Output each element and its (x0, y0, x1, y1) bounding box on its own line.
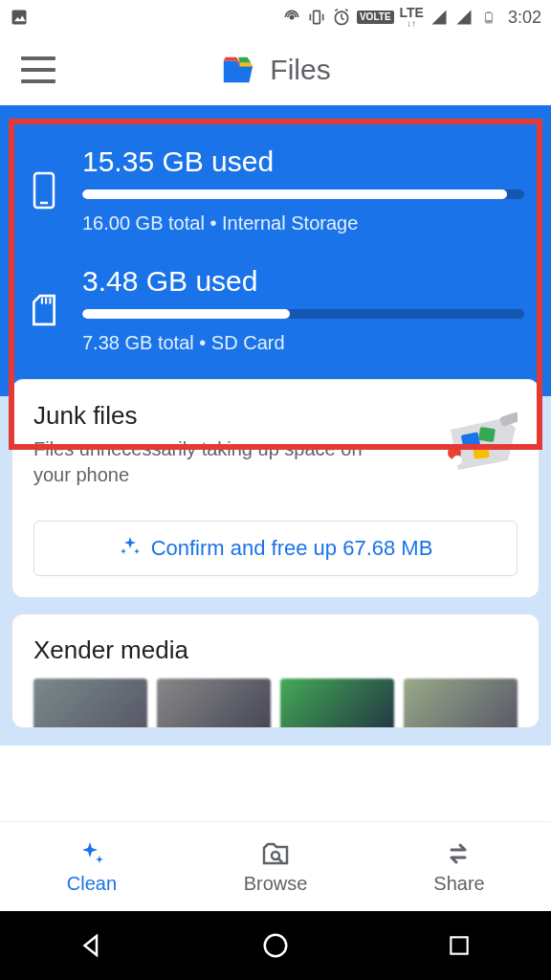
nav-clean-label: Clean (67, 873, 117, 895)
svg-rect-25 (499, 412, 518, 427)
sdcard-used-label: 3.48 GB used (82, 265, 524, 298)
status-time: 3:02 (508, 8, 541, 28)
signal-icon (454, 8, 474, 27)
xender-thumbnails (33, 679, 518, 728)
back-button[interactable] (73, 926, 111, 965)
home-button[interactable] (256, 926, 295, 965)
recent-button[interactable] (440, 926, 478, 965)
signal-icon (430, 8, 449, 27)
svg-marker-11 (431, 11, 446, 25)
folder-search-icon (260, 838, 291, 869)
media-thumb[interactable] (157, 679, 271, 728)
confirm-label: Confirm and free up 67.68 MB (151, 536, 433, 561)
svg-rect-15 (486, 20, 492, 22)
menu-button[interactable] (21, 56, 55, 83)
sparkle-icon (119, 535, 142, 562)
svg-line-8 (342, 18, 344, 20)
nav-browse-label: Browse (244, 873, 308, 895)
svg-marker-19 (238, 57, 251, 63)
media-thumb[interactable] (280, 679, 394, 728)
phone-icon (27, 171, 61, 210)
svg-line-10 (345, 10, 348, 11)
internal-used-label: 15.35 GB used (82, 145, 524, 178)
svg-line-9 (335, 10, 338, 11)
junk-title: Junk files (33, 401, 397, 431)
svg-rect-28 (473, 444, 489, 459)
svg-point-33 (265, 935, 287, 957)
sdcard-sub-label: 7.38 GB total • SD Card (82, 332, 524, 354)
sparkle-icon (77, 838, 107, 869)
hotspot-icon (282, 8, 301, 27)
files-logo-icon (220, 52, 256, 88)
app-title: Files (270, 54, 330, 86)
nav-clean[interactable]: Clean (0, 822, 184, 911)
battery-icon (479, 8, 498, 27)
sdcard-icon (27, 294, 61, 326)
alarm-icon (332, 8, 351, 27)
media-thumb[interactable] (33, 679, 147, 728)
nav-share[interactable]: Share (367, 822, 551, 911)
status-bar: VOLTE LTE↓↑ 3:02 (0, 0, 551, 34)
nav-browse[interactable]: Browse (184, 822, 367, 911)
svg-rect-34 (451, 937, 467, 953)
media-thumb[interactable] (404, 679, 518, 728)
svg-rect-27 (478, 427, 496, 442)
svg-point-30 (452, 456, 462, 465)
lte-icon: LTE↓↑ (400, 7, 424, 28)
dustpan-icon (431, 401, 518, 478)
svg-rect-14 (487, 11, 491, 13)
volte-icon: VOLTE (357, 11, 394, 24)
storage-section: 15.35 GB used 16.00 GB total • Internal … (0, 105, 551, 396)
xender-media-card[interactable]: Xender media (11, 613, 540, 728)
nav-share-label: Share (433, 873, 484, 895)
svg-rect-0 (12, 11, 27, 25)
vibrate-icon (307, 8, 326, 27)
svg-point-2 (289, 15, 294, 20)
picture-icon (10, 8, 29, 27)
app-bar: Files (0, 34, 551, 105)
storage-row-sdcard[interactable]: 3.48 GB used 7.38 GB total • SD Card (27, 265, 524, 354)
svg-line-32 (278, 858, 282, 862)
storage-row-internal[interactable]: 15.35 GB used 16.00 GB total • Internal … (27, 145, 524, 234)
svg-marker-12 (456, 11, 471, 25)
internal-sub-label: 16.00 GB total • Internal Storage (82, 212, 524, 234)
junk-files-card: Junk files Files unnecessarily taking up… (11, 379, 540, 598)
share-arrows-icon (444, 838, 474, 869)
bottom-nav: Clean Browse Share (0, 821, 551, 911)
junk-subtitle: Files unnecessarily taking up space on y… (33, 436, 397, 488)
confirm-free-button[interactable]: Confirm and free up 67.68 MB (33, 521, 518, 576)
svg-point-31 (272, 852, 279, 859)
android-nav-bar (0, 911, 551, 980)
sdcard-progress (82, 309, 524, 319)
svg-marker-18 (240, 62, 253, 66)
svg-rect-3 (314, 11, 320, 23)
xender-title: Xender media (33, 635, 518, 665)
internal-progress (82, 189, 524, 199)
